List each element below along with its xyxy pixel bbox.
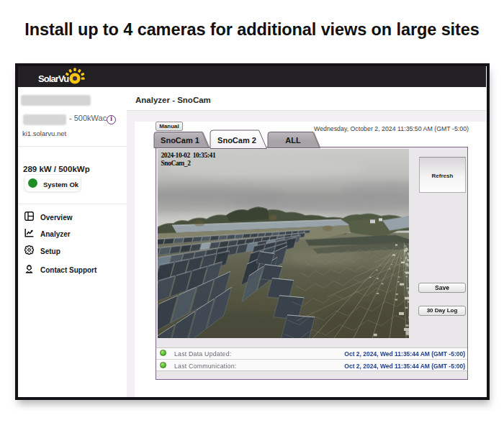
svg-text:SnoCam 2: SnoCam 2 — [217, 136, 256, 145]
svg-text:ALL: ALL — [285, 136, 301, 145]
svg-text:SnoCam_2: SnoCam_2 — [161, 160, 192, 167]
svg-text:2024-10-02 10:35:41: 2024-10-02 10:35:41 — [161, 152, 216, 159]
svg-text:SnoCam 1: SnoCam 1 — [161, 136, 199, 145]
